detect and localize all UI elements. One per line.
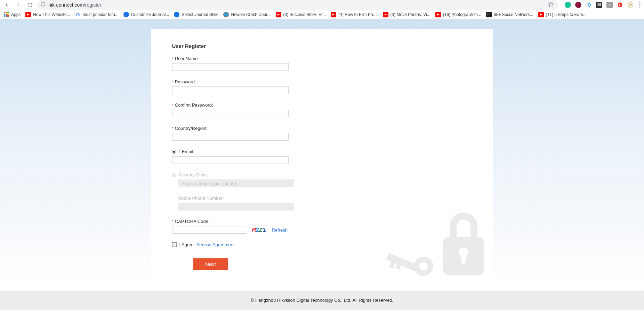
extension-icon-5[interactable]: ∞	[606, 2, 613, 8]
apps-bookmark[interactable]: Apps	[3, 12, 21, 17]
address-bar[interactable]: hik-connect.com/register	[37, 0, 558, 10]
bookmark-1[interactable]: ▶How This Website...	[25, 12, 70, 17]
svg-point-4	[639, 2, 641, 3]
bookmark-2[interactable]: most popular foru...	[75, 12, 119, 17]
wordpress-icon[interactable]: W	[627, 2, 634, 8]
svg-point-8	[459, 248, 468, 257]
reload-button[interactable]	[27, 2, 33, 8]
required-star: *	[172, 57, 174, 61]
bookmark-label: How This Website...	[33, 12, 70, 17]
youtube-icon: ▶	[383, 12, 388, 17]
bookmark-6[interactable]: ▶(3) Success Story: Er...	[276, 12, 326, 17]
email-label: Email:	[182, 149, 194, 154]
service-agreement-link[interactable]: Service Agreement	[196, 242, 235, 247]
register-form-card: User Register *User Name: *Password: *Co…	[151, 29, 493, 284]
bookmark-label: 65+ Social Network...	[494, 12, 533, 17]
username-field: *User Name:	[172, 56, 472, 71]
email-radio[interactable]	[172, 150, 176, 154]
password-input[interactable]	[172, 86, 289, 94]
google-icon	[75, 12, 81, 17]
forward-button[interactable]	[15, 2, 22, 8]
country-field: *Country/Region:	[172, 126, 472, 141]
bookmark-star-icon[interactable]	[548, 1, 554, 8]
mobile-input	[178, 203, 294, 210]
site-icon	[174, 12, 179, 17]
bookmark-3[interactable]: Customize Journal...	[123, 12, 169, 17]
footer: © Hangzhou Hikvision Digital Technology …	[0, 291, 644, 310]
svg-point-6	[639, 7, 641, 8]
svg-point-1	[618, 2, 622, 7]
next-button[interactable]: Next	[193, 258, 228, 270]
browser-toolbar: hik-connect.com/register IQ M ∞ W	[0, 0, 644, 10]
refresh-captcha-link[interactable]: Refresh	[272, 227, 288, 233]
bookmark-label: (3) Success Story: Er...	[283, 12, 326, 17]
svg-point-10	[414, 257, 433, 276]
page-background: User Register *User Name: *Password: *Co…	[0, 19, 644, 291]
bookmark-10[interactable]: ⬚65+ Social Network...	[486, 12, 533, 17]
bookmark-8[interactable]: ▶(3) Move Photos, Vi...	[383, 12, 430, 17]
svg-rect-12	[386, 253, 418, 271]
grammarly-icon[interactable]	[565, 2, 571, 8]
youtube-icon: ▶	[25, 12, 31, 17]
bookmark-11[interactable]: ▶(11) 5 Steps to Earn...	[538, 12, 587, 17]
bookmark-label: most popular foru...	[83, 12, 119, 17]
svg-rect-14	[395, 264, 401, 269]
bookmark-9[interactable]: ▶(16) Photograph th...	[435, 12, 481, 17]
bookmark-label: Customize Journal...	[131, 12, 169, 17]
bookmark-label: Newbie Crash Cour...	[231, 12, 271, 17]
site-info-icon[interactable]	[41, 2, 46, 8]
extension-icon-2[interactable]	[575, 2, 581, 8]
confirm-password-input[interactable]	[172, 110, 289, 117]
m-icon[interactable]: M	[596, 2, 602, 8]
bookmark-4[interactable]: Select Journal Style	[174, 12, 218, 17]
menu-icon[interactable]	[639, 2, 641, 8]
country-input[interactable]	[172, 133, 289, 141]
agree-row: I Agree Service Agreement	[172, 242, 472, 247]
youtube-icon: ▶	[276, 12, 281, 17]
bookmarks-bar: Apps ▶How This Website... most popular f…	[0, 10, 644, 19]
youtube-icon: ▶	[538, 12, 544, 17]
globe-icon: 🌐	[223, 12, 229, 17]
agree-checkbox[interactable]	[172, 242, 177, 247]
mobile-label: Mobile Phone Number:	[178, 195, 224, 201]
username-label: User Name:	[175, 56, 199, 61]
footer-copyright: © Hangzhou Hikvision Digital Technology …	[251, 298, 393, 303]
bookmark-5[interactable]: 🌐Newbie Crash Cour...	[223, 12, 271, 17]
email-input[interactable]	[172, 156, 289, 164]
bookmark-label: (3) Move Photos, Vi...	[391, 12, 430, 17]
username-input[interactable]	[172, 63, 289, 71]
required-star: *	[172, 219, 174, 224]
url-text: hik-connect.com/register	[48, 2, 102, 8]
youtube-icon: ▶	[435, 12, 441, 17]
bookmark-label: (11) 5 Steps to Earn...	[546, 12, 587, 17]
country-code-placeholder: Please choose your country	[181, 181, 237, 186]
required-star: *	[172, 80, 174, 84]
back-button[interactable]	[3, 2, 10, 8]
phone-radio[interactable]	[172, 173, 176, 177]
confirm-password-field: *Confirm Password:	[172, 102, 472, 117]
site-icon: ⬚	[486, 12, 492, 17]
site-icon	[123, 12, 129, 17]
country-code-input: Please choose your country	[178, 180, 294, 187]
captcha-char: 1	[262, 227, 266, 233]
bookmark-label: Select Journal Style	[182, 12, 218, 17]
confirm-password-label: Confirm Password:	[175, 102, 213, 108]
captcha-label: CAPTCHA Code:	[175, 219, 210, 224]
iq-icon[interactable]: IQ	[586, 2, 592, 8]
required-star: *	[172, 103, 174, 107]
email-field: *Email:	[172, 149, 472, 164]
agree-text: I Agree	[179, 242, 194, 247]
captcha-image: R 2 Z 1	[249, 226, 269, 233]
svg-point-5	[639, 5, 641, 6]
svg-rect-13	[389, 261, 395, 268]
bookmark-label: (16) Photograph th...	[443, 12, 481, 17]
youtube-icon: ▶	[331, 12, 336, 17]
page-title: User Register	[172, 43, 472, 49]
password-label: Password:	[175, 79, 196, 84]
password-field: *Password:	[172, 79, 472, 94]
country-code-field: Country Code: Please choose your country	[172, 172, 472, 187]
svg-text:W: W	[629, 3, 632, 7]
captcha-input[interactable]	[172, 226, 246, 234]
bookmark-7[interactable]: ▶(4) How to Film Pro...	[331, 12, 378, 17]
extension-icon-6[interactable]	[617, 2, 623, 8]
